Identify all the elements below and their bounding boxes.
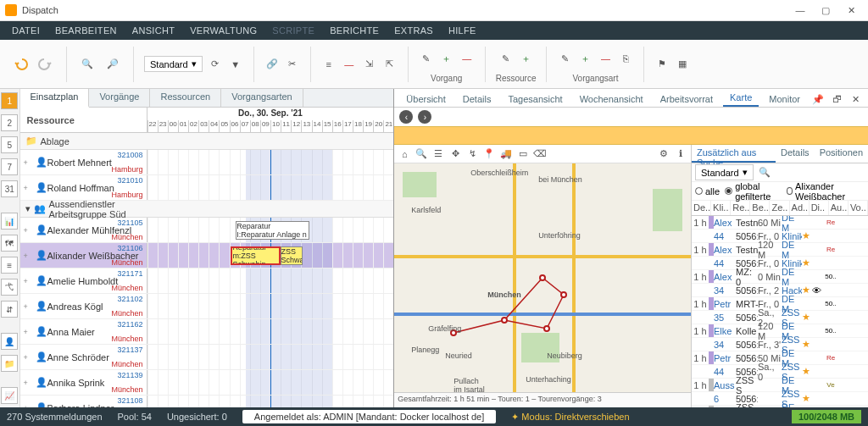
filter-radio-0[interactable]: alle xyxy=(695,186,720,196)
cut-icon[interactable]: ✂ xyxy=(285,57,300,72)
right-tab-2[interactable]: Tagesansicht xyxy=(501,91,569,107)
minus-icon[interactable]: — xyxy=(342,57,357,72)
list-item[interactable]: 1 hElkeKolle120 MDE M50.. xyxy=(692,324,868,338)
right-tab-5[interactable]: Karte xyxy=(723,90,759,107)
planner-tab-0[interactable]: Einsatzplan xyxy=(20,89,90,108)
list-icon[interactable]: ≡ xyxy=(321,57,337,72)
side-tab-0[interactable]: Zusätzlich aus Suche xyxy=(692,145,776,163)
window-pin-icon[interactable]: 📌 xyxy=(810,91,826,107)
minimize-button[interactable]: — xyxy=(788,3,812,18)
col-header[interactable]: Vo.. xyxy=(849,201,868,215)
nav-user-icon[interactable]: 👤 xyxy=(1,333,18,350)
nav-day1-icon[interactable]: 1 xyxy=(1,92,18,109)
menu-extras[interactable]: EXTRAS xyxy=(387,24,440,37)
col-header[interactable]: De.. xyxy=(692,201,711,215)
redo-icon[interactable] xyxy=(36,54,56,75)
expand-icon[interactable]: + xyxy=(24,328,28,336)
col-header[interactable]: Kli.. xyxy=(711,201,731,215)
menu-verwaltung[interactable]: VERWALTUNG xyxy=(183,24,264,37)
status-mode[interactable]: Modus: Direktverschieben xyxy=(521,412,629,422)
expand-icon[interactable]: + xyxy=(24,226,28,235)
planner-tab-1[interactable]: Vorgänge xyxy=(89,89,150,107)
status-sysmsg[interactable]: 270 Systemmeldungen xyxy=(7,412,103,422)
nav-folder-icon[interactable]: 📁 xyxy=(1,355,18,372)
expand-icon[interactable]: + xyxy=(24,353,28,362)
search-icon[interactable]: 🔎 xyxy=(103,54,123,75)
expand-icon[interactable]: ⇲ xyxy=(362,57,377,72)
flag-icon[interactable]: ⚑ xyxy=(654,57,670,72)
right-tab-3[interactable]: Wochenansicht xyxy=(573,91,650,107)
list-item[interactable]: 445056:Fr., 0Klinik★ xyxy=(692,257,868,270)
filter-radio-1[interactable]: global gefilterte xyxy=(725,181,782,202)
resource-row[interactable]: +👤 Anne Schröder321137München xyxy=(20,345,394,370)
nav-next-button[interactable]: › xyxy=(418,110,431,124)
resource-row[interactable]: +👤 Barbara Lindner321108München xyxy=(20,396,394,407)
filter-radio-2[interactable]: Alixander Weißbacher xyxy=(787,181,865,202)
menu-bearbeiten[interactable]: BEARBEITEN xyxy=(48,24,124,37)
grid-icon[interactable]: ▦ xyxy=(675,57,690,72)
map-clear-icon[interactable]: ⌫ xyxy=(533,147,547,161)
status-login[interactable]: Angemeldet als: ADMIN [Mandant: Docker l… xyxy=(242,410,496,423)
link-icon[interactable]: 🔗 xyxy=(264,57,280,72)
col-header[interactable]: Ze.. xyxy=(770,201,789,215)
col-header[interactable]: Ad.. xyxy=(790,201,810,215)
map-select-icon[interactable]: ▭ xyxy=(516,147,530,161)
expand-icon[interactable]: + xyxy=(24,252,28,260)
side-list[interactable]: 1 hAlexTestn60 MiDE MRe445056:Fr., 0Klin… xyxy=(692,216,868,407)
ressource-add-icon[interactable]: ＋ xyxy=(519,51,534,66)
resource-row[interactable]: +👤 Alixander Weißbacher321106MünchenRepa… xyxy=(20,243,394,268)
vorgangsart-edit-icon[interactable]: ✎ xyxy=(557,51,572,66)
list-item[interactable]: 345056:Fr., 2Hack★👁 xyxy=(692,284,868,297)
collapse-icon[interactable]: ▾ xyxy=(25,203,31,214)
resource-row[interactable]: +👤 Amelie Humboldt321171München xyxy=(20,268,394,294)
resource-row[interactable]: +👤 Alexander Mühlfenzl321105MünchenRepar… xyxy=(20,218,394,243)
resource-row[interactable]: +👤 Andreas Kögl321102München xyxy=(20,294,394,319)
planner-rows[interactable]: 📁Ablage +👤 Robert Mehnert321008Hamburg+👤… xyxy=(20,133,394,407)
refresh-icon[interactable]: ⟳ xyxy=(208,57,223,72)
nav-tree-icon[interactable]: ⼷ xyxy=(1,279,18,296)
vorgangsart-copy-icon[interactable]: ⎘ xyxy=(618,51,633,66)
expand-icon[interactable]: + xyxy=(24,379,28,387)
map-zoom-icon[interactable]: 🔍 xyxy=(415,147,428,161)
nav-stats-icon[interactable]: 📈 xyxy=(1,387,18,404)
collapse-icon[interactable]: ⇱ xyxy=(382,57,398,72)
nav-prev-button[interactable]: ‹ xyxy=(399,110,413,124)
nav-list-icon[interactable]: ≡ xyxy=(1,257,18,274)
menu-berichte[interactable]: BERICHTE xyxy=(323,24,386,37)
vorgang-remove-icon[interactable]: — xyxy=(459,51,475,66)
vorgangsart-add-icon[interactable]: ＋ xyxy=(577,51,593,66)
expand-icon[interactable]: + xyxy=(24,302,28,311)
undo-icon[interactable] xyxy=(10,54,31,75)
expand-icon[interactable]: + xyxy=(24,184,28,192)
col-header[interactable]: Di.. xyxy=(810,201,829,215)
right-tab-4[interactable]: Arbeitsvorrat xyxy=(654,91,720,107)
right-tab-1[interactable]: Details xyxy=(456,91,498,107)
nav-day5-icon[interactable]: 5 xyxy=(1,136,18,153)
col-header[interactable]: Au.. xyxy=(829,201,849,215)
nav-month-icon[interactable]: 31 xyxy=(1,180,18,197)
list-item[interactable]: 1 hAlexMZ: 00 MinDE M50.. xyxy=(692,270,868,284)
nav-map-icon[interactable]: 🗺 xyxy=(1,235,18,252)
menu-datei[interactable]: DATEI xyxy=(5,24,47,37)
right-tab-0[interactable]: Übersicht xyxy=(399,91,452,107)
map[interactable]: Oberschleißheim bei München Karlsfeld Un… xyxy=(394,163,691,392)
view-standard-dropdown[interactable]: Standard▾ xyxy=(144,56,203,72)
col-header[interactable]: Be.. xyxy=(750,201,770,215)
side-tab-1[interactable]: Details xyxy=(776,145,815,163)
list-item[interactable]: 345056:Fr., 3'ZSS S★ xyxy=(692,338,868,351)
filter-icon[interactable]: ▼ xyxy=(228,57,243,72)
resource-row[interactable]: +👤 Anna Maier321162München xyxy=(20,319,394,345)
map-layers-icon[interactable]: ☰ xyxy=(431,147,445,161)
expand-icon[interactable]: + xyxy=(24,158,28,167)
task[interactable]: ZSS Schwabi xyxy=(281,246,303,265)
resource-row[interactable]: +👤 Robert Mehnert321008Hamburg xyxy=(20,150,394,175)
expand-icon[interactable]: + xyxy=(24,404,28,408)
ressource-edit-icon[interactable]: ✎ xyxy=(498,51,514,66)
close-button[interactable]: ✕ xyxy=(839,3,863,18)
task[interactable]: Reparatur I:Reparatur Anlage n xyxy=(236,221,309,240)
side-standard-dropdown[interactable]: Standard▾ xyxy=(695,164,754,180)
map-route-icon[interactable]: ↯ xyxy=(465,147,479,161)
list-item[interactable]: 445056:Sa., 0ZSS S★ xyxy=(692,365,868,379)
task[interactable]: Reparatur m:ZSS Schwabin xyxy=(231,246,280,265)
nav-week-icon[interactable]: 7 xyxy=(1,158,18,175)
